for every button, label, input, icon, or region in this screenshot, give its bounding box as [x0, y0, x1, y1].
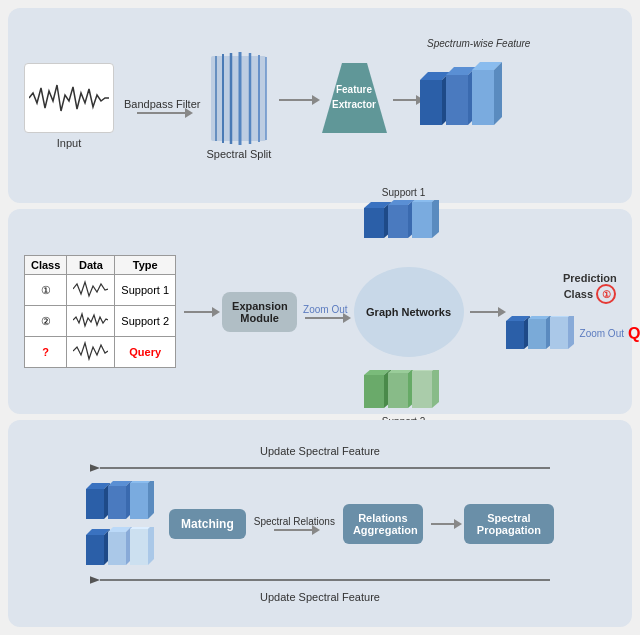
col-type: Type [115, 256, 176, 275]
arrow-to-propagation [431, 523, 456, 525]
input-label: Input [57, 137, 81, 149]
spectral-propagation-box: Spectral Propagation [464, 504, 554, 544]
svg-rect-20 [364, 208, 384, 238]
svg-rect-57 [86, 535, 104, 565]
svg-rect-17 [472, 70, 494, 125]
svg-rect-35 [412, 371, 432, 408]
matching-box: Matching [169, 509, 246, 539]
arrow-to-graph [305, 317, 345, 319]
svg-rect-60 [108, 532, 126, 565]
svg-rect-26 [412, 202, 432, 238]
graph-networks: Graph Networks [354, 267, 464, 357]
update-bottom-arrow [90, 571, 550, 589]
type-query: Query [115, 337, 176, 368]
svg-rect-11 [420, 80, 442, 125]
expansion-module: Expansion Module [222, 292, 297, 332]
zoom-out-query: Zoom Out [580, 328, 624, 339]
class-2: ② [25, 306, 67, 337]
wave-2 [67, 306, 115, 337]
relations-aggregation-box: Relations Aggregation [343, 504, 423, 544]
bottom-panel: Update Spectral Feature [8, 420, 632, 627]
table-row: ? Query [25, 337, 176, 368]
spectral-split-visual [206, 51, 271, 146]
wave-1 [67, 275, 115, 306]
top-panel: Input Bandpass Filter Spectral Split [8, 8, 632, 203]
arrow-to-expansion [184, 311, 214, 313]
update-top-arrow [90, 459, 550, 477]
prediction-class: ① [596, 284, 616, 304]
arrow-bandpass [137, 112, 187, 114]
svg-marker-19 [494, 62, 502, 125]
class-query: ? [25, 337, 67, 368]
svg-rect-44 [550, 317, 568, 349]
main-container: Input Bandpass Filter Spectral Split [0, 0, 640, 635]
arrow-to-features [393, 99, 418, 101]
support1-label: Support 1 [364, 187, 444, 198]
update-bottom-label: Update Spectral Feature [260, 591, 380, 603]
class-1: ① [25, 275, 67, 306]
query-blocks [506, 316, 576, 351]
arrow-to-prediction [470, 311, 500, 313]
prediction-label: PredictionClass ① [563, 272, 617, 304]
col-class: Class [25, 256, 67, 275]
wave-query [67, 337, 115, 368]
svg-rect-29 [364, 375, 384, 408]
svg-rect-32 [388, 373, 408, 408]
svg-marker-56 [148, 481, 154, 519]
svg-marker-8 [322, 63, 387, 133]
svg-text:Feature: Feature [336, 84, 373, 95]
middle-panel: Class Data Type ① Support 1 ② Supp [8, 209, 632, 414]
svg-rect-54 [130, 483, 148, 519]
support-table: Class Data Type ① Support 1 ② Supp [24, 255, 176, 368]
svg-rect-48 [86, 489, 104, 519]
spectral-split-label: Spectral Split [207, 148, 272, 160]
spectrum-wise-label: Spectrum-wise Feature [427, 38, 530, 49]
col-data: Data [67, 256, 115, 275]
svg-rect-51 [108, 486, 126, 519]
support2-blocks [364, 370, 444, 410]
query-label: Query [628, 325, 640, 343]
svg-rect-14 [446, 75, 468, 125]
type-1: Support 1 [115, 275, 176, 306]
input-waveform [24, 63, 114, 133]
type-2: Support 2 [115, 306, 176, 337]
svg-marker-46 [568, 316, 574, 349]
svg-rect-23 [388, 205, 408, 238]
left-blocks [86, 481, 161, 567]
table-row: ① Support 1 [25, 275, 176, 306]
table-row: ② Support 2 [25, 306, 176, 337]
spectral-relations-label: Spectral Relations [254, 516, 335, 527]
arrow-to-relations [274, 529, 314, 531]
svg-marker-65 [148, 527, 154, 565]
feature-blocks-visual [420, 60, 510, 135]
svg-marker-37 [432, 370, 439, 408]
feature-extractor-visual: Feature Extractor [322, 58, 387, 138]
support1-blocks [364, 200, 444, 240]
svg-marker-28 [432, 200, 439, 238]
svg-text:Extractor: Extractor [332, 99, 376, 110]
svg-rect-38 [506, 321, 524, 349]
svg-rect-41 [528, 319, 546, 349]
update-top-label: Update Spectral Feature [260, 445, 380, 457]
zoom-out-label: Zoom Out [303, 304, 347, 315]
arrow-to-extractor [279, 99, 314, 101]
svg-rect-63 [130, 529, 148, 565]
